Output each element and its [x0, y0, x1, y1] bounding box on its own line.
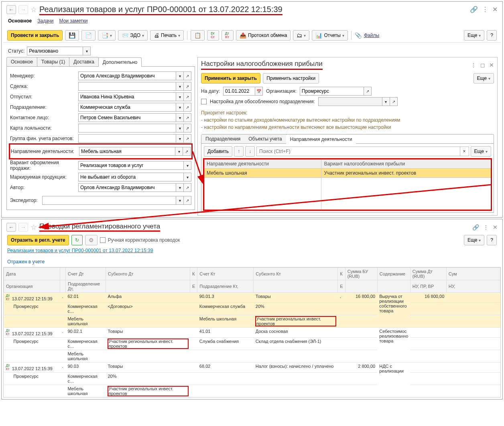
dd-btn[interactable]: ▾: [176, 92, 184, 101]
released-input[interactable]: [78, 92, 176, 101]
apply-close-button[interactable]: Применить и закрыть: [201, 73, 260, 84]
posting-row[interactable]: ДтКт 13.07.2022 12:15:39.90.03Товары 68.…: [4, 363, 500, 373]
manual-checkbox[interactable]: [100, 237, 106, 243]
status-input[interactable]: [27, 47, 83, 55]
post-close-button[interactable]: Провести и закрыть: [7, 30, 63, 41]
attach-icon[interactable]: 📎: [355, 32, 362, 39]
open-btn[interactable]: ↗: [364, 87, 372, 96]
date-input[interactable]: [223, 87, 255, 96]
open-btn[interactable]: ↗: [183, 147, 191, 156]
favorite-icon[interactable]: ☆: [30, 5, 37, 14]
open-btn[interactable]: ↗: [183, 134, 191, 143]
structure-button[interactable]: 🗂: [293, 30, 309, 41]
post-button[interactable]: 📄: [81, 30, 96, 41]
postings-more-button[interactable]: Еще: [464, 235, 484, 245]
subunit-checkbox[interactable]: [201, 99, 207, 104]
open-btn[interactable]: ↗: [183, 124, 191, 132]
close-icon[interactable]: ✕: [493, 224, 498, 230]
panel-more-button[interactable]: Еще: [471, 146, 491, 157]
dept-input[interactable]: [78, 103, 176, 112]
activity-input[interactable]: [79, 147, 175, 156]
postings-help-button[interactable]: ?: [487, 235, 497, 245]
open-btn[interactable]: ↗: [183, 92, 191, 101]
save-button[interactable]: 💾: [65, 30, 79, 41]
edo-button[interactable]: 📨ЭДО: [118, 30, 148, 41]
search-input[interactable]: [256, 147, 460, 156]
tab-doc-main[interactable]: Основное: [6, 57, 37, 66]
dd-btn[interactable]: ▾: [176, 196, 184, 205]
open-btn[interactable]: ↗: [183, 196, 191, 205]
dialog-close-icon[interactable]: ✕: [489, 62, 494, 68]
help-button[interactable]: ?: [487, 30, 497, 41]
tab-doc-delivery[interactable]: Доставка: [69, 57, 99, 66]
settings-button[interactable]: ⚙: [85, 235, 98, 245]
create-based-button[interactable]: 📑: [98, 30, 116, 41]
tab-activities[interactable]: Направления деятельности: [286, 135, 356, 144]
print-button[interactable]: 🖨Печать: [150, 30, 184, 41]
refresh-button[interactable]: ↻: [71, 235, 83, 245]
apply-button[interactable]: Применить настройки: [263, 73, 319, 84]
manager-input[interactable]: [78, 71, 176, 80]
forward-button[interactable]: →: [18, 223, 28, 232]
files-link[interactable]: Файлы: [364, 33, 379, 38]
dialog-max-icon[interactable]: ◻: [480, 62, 485, 68]
contact-input[interactable]: [78, 113, 176, 122]
drcr-button[interactable]: DrCr: [207, 30, 219, 41]
author-input[interactable]: [78, 183, 176, 192]
reports-button[interactable]: 📊Отчеты: [312, 30, 348, 41]
deal-input[interactable]: [78, 82, 176, 91]
tab-doc-extra[interactable]: Дополнительно: [98, 57, 142, 67]
move-up-button[interactable]: ↑: [234, 146, 244, 157]
org-input[interactable]: [300, 87, 364, 96]
table-row[interactable]: Мебель школьная Участник региональных ин…: [204, 169, 491, 178]
posting-row[interactable]: ДтКт 13.07.2022 12:15:39.90.02.1Товары 4…: [4, 328, 500, 338]
more-button[interactable]: Еще: [464, 30, 484, 41]
dtkt-button[interactable]: ДтКт: [222, 30, 234, 41]
variant-input[interactable]: [78, 161, 184, 170]
tab-objects[interactable]: Объекты учета: [244, 135, 286, 143]
status-dd-button[interactable]: ▾: [83, 47, 91, 55]
open-btn[interactable]: ↗: [183, 183, 191, 192]
dd-btn[interactable]: ▾: [183, 173, 191, 181]
posting-row[interactable]: ДтКт 13.07.2022 12:15:39.62.01Альфа 90.0…: [4, 293, 500, 303]
open-btn[interactable]: ↗: [183, 103, 191, 112]
mark-input[interactable]: [78, 173, 184, 181]
dd-btn[interactable]: ▾: [176, 124, 184, 132]
dd-btn[interactable]: ▾: [176, 103, 184, 112]
forward-button[interactable]: →: [18, 5, 28, 14]
dd-btn[interactable]: ▾: [176, 134, 184, 143]
doc-link[interactable]: Реализация товаров и услуг ПР00-000001 о…: [7, 248, 153, 253]
dd-btn[interactable]: ▾: [176, 113, 184, 122]
favorite-icon[interactable]: ☆: [30, 223, 37, 232]
dd-btn[interactable]: ▾: [176, 183, 184, 192]
link-icon[interactable]: 🔗: [470, 6, 478, 13]
clear-search-button[interactable]: ×: [460, 147, 469, 156]
reflect-button[interactable]: Отразить в регл. учете: [7, 235, 69, 245]
link-icon[interactable]: 🔗: [472, 224, 479, 230]
back-button[interactable]: ←: [6, 5, 16, 14]
move-down-button[interactable]: ↓: [245, 146, 255, 157]
back-button[interactable]: ←: [6, 223, 16, 232]
dd-btn[interactable]: ▾: [176, 82, 184, 91]
open-btn[interactable]: ↗: [183, 113, 191, 122]
dialog-menu-icon[interactable]: ⋮: [471, 62, 476, 68]
date-cal-btn[interactable]: 📅: [255, 87, 263, 96]
doc-icon-button[interactable]: 📋: [191, 30, 205, 41]
open-btn[interactable]: ↗: [183, 71, 191, 80]
tab-departments[interactable]: Подразделения: [201, 135, 245, 143]
tab-doc-goods[interactable]: Товары (1): [37, 57, 69, 66]
tab-tasks[interactable]: Задачи: [37, 18, 53, 24]
protocol-button[interactable]: 📤Протокол обмена: [236, 30, 291, 41]
dd-btn[interactable]: ▾: [175, 147, 183, 156]
menu-icon[interactable]: ⋮: [482, 6, 488, 13]
tab-notes[interactable]: Мои заметки: [59, 18, 88, 24]
menu-icon[interactable]: ⋮: [483, 224, 489, 230]
dd-btn[interactable]: ▾: [183, 161, 191, 170]
card-input[interactable]: [78, 124, 176, 132]
dd-btn[interactable]: ▾: [176, 71, 184, 80]
fingroup-input[interactable]: [78, 134, 176, 143]
close-icon[interactable]: ✕: [492, 6, 498, 13]
exped-input[interactable]: [42, 196, 176, 205]
add-button[interactable]: Добавить: [204, 146, 232, 157]
open-btn[interactable]: ↗: [183, 82, 191, 91]
